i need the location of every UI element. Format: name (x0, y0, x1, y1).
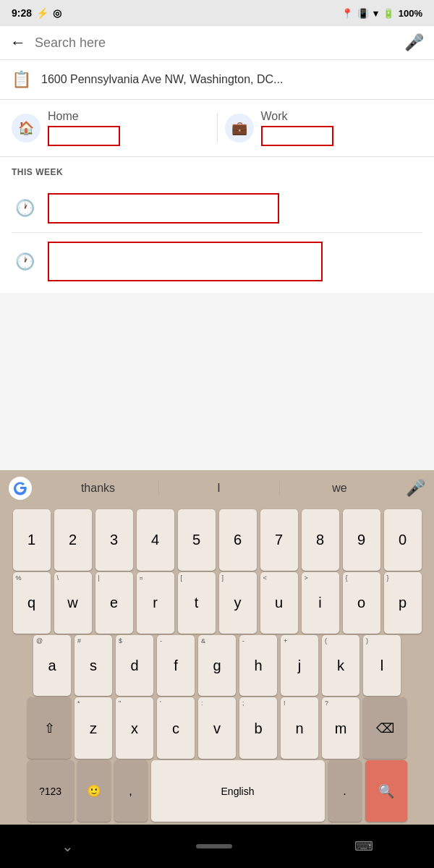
shortcuts-row: 🏠 Home 💼 Work (0, 100, 434, 157)
search-input-wrapper[interactable] (35, 35, 396, 51)
key-rows: 1 2 3 4 5 6 7 8 9 0 %q \w |e =r [t ]y <u… (0, 506, 434, 825)
back-button[interactable]: ← (10, 33, 26, 52)
wifi-icon: ▾ (373, 8, 378, 19)
keyboard-area: thanks I we 🎤 1 2 3 4 5 6 7 8 9 0 %q \w … (0, 470, 434, 825)
nav-keyboard-icon[interactable]: ⌨ (354, 838, 373, 854)
keyboard-mic-icon[interactable]: 🎤 (406, 479, 425, 498)
work-shortcut[interactable]: 💼 Work (225, 110, 423, 146)
google-logo (9, 477, 32, 500)
key-s[interactable]: #s (75, 635, 112, 697)
time-display: 9:28 (12, 7, 32, 19)
suggestion-i[interactable]: I (158, 482, 279, 495)
this-week-label: THIS WEEK (12, 167, 422, 177)
history-highlight-2 (48, 242, 323, 281)
key-i[interactable]: >i (302, 572, 339, 634)
clipboard-icon: 📋 (12, 70, 31, 89)
number-row: 1 2 3 4 5 6 7 8 9 0 (3, 509, 431, 571)
key-e[interactable]: |e (95, 572, 133, 634)
key-7[interactable]: 7 (260, 509, 298, 571)
history-highlight-1 (48, 193, 279, 224)
key-0[interactable]: 0 (384, 509, 422, 571)
work-icon: 💼 (231, 120, 247, 136)
home-icon: 🏠 (18, 120, 34, 136)
shift-key[interactable]: ⇧ (27, 697, 71, 759)
key-k[interactable]: (k (322, 635, 359, 697)
suggestion-we[interactable]: we (279, 482, 400, 495)
home-indicator[interactable] (196, 844, 232, 848)
suggestion-thanks[interactable]: thanks (38, 482, 158, 495)
key-b[interactable]: ;b (239, 697, 277, 759)
key-a[interactable]: @a (33, 635, 71, 697)
status-left: 9:28 ⚡ ◎ (12, 7, 61, 19)
key-u[interactable]: <u (260, 572, 298, 634)
key-y[interactable]: ]y (219, 572, 257, 634)
location-icon: 📍 (341, 8, 353, 19)
clock-icon-1: 🕐 (12, 199, 38, 218)
qwerty-row: %q \w |e =r [t ]y <u >i {o }p (3, 572, 431, 634)
key-l[interactable]: )l (363, 635, 401, 697)
bottom-nav: ⌄ ⌨ (0, 825, 434, 868)
key-8[interactable]: 8 (302, 509, 339, 571)
key-6[interactable]: 6 (219, 509, 257, 571)
backspace-key[interactable]: ⌫ (363, 697, 407, 759)
key-9[interactable]: 9 (343, 509, 380, 571)
home-label: Home (48, 110, 120, 123)
key-c[interactable]: 'c (157, 697, 195, 759)
status-bar: 9:28 ⚡ ◎ 📍 📳 ▾ 🔋 100% (0, 0, 434, 26)
key-n[interactable]: !n (281, 697, 318, 759)
vibrate-icon: 📳 (357, 8, 369, 19)
shortcuts-divider (217, 114, 218, 142)
period-key[interactable]: . (328, 760, 362, 822)
key-4[interactable]: 4 (137, 509, 174, 571)
key-w[interactable]: \w (54, 572, 92, 634)
key-v[interactable]: :v (198, 697, 236, 759)
suggestion-bar: thanks I we 🎤 (0, 470, 434, 506)
key-o[interactable]: {o (343, 572, 380, 634)
key-h[interactable]: -h (239, 635, 277, 697)
zxcv-row: ⇧ *z "x 'c :v ;b !n ?m ⌫ (3, 697, 431, 759)
clock-icon-2: 🕐 (12, 252, 38, 271)
this-week-section: THIS WEEK 🕐 🕐 (0, 157, 434, 293)
key-r[interactable]: =r (137, 572, 174, 634)
home-icon-circle: 🏠 (12, 114, 41, 142)
key-d[interactable]: $d (116, 635, 153, 697)
emoji-key[interactable]: 🙂 (77, 760, 111, 822)
key-z[interactable]: *z (75, 697, 112, 759)
work-highlight (261, 126, 333, 146)
status-right: 📍 📳 ▾ 🔋 100% (341, 8, 422, 19)
lightning-icon: ⚡ (36, 7, 48, 19)
home-shortcut[interactable]: 🏠 Home (12, 110, 210, 146)
key-j[interactable]: +j (281, 635, 318, 697)
asdf-row: @a #s $d -f &g -h +j (k )l (3, 635, 431, 697)
work-label: Work (261, 110, 333, 123)
key-3[interactable]: 3 (95, 509, 133, 571)
nav-back-icon[interactable]: ⌄ (61, 838, 74, 855)
signal-icon: ◎ (53, 7, 61, 19)
home-highlight (48, 126, 120, 146)
key-1[interactable]: 1 (13, 509, 51, 571)
work-icon-circle: 💼 (225, 114, 254, 142)
battery-level: 100% (399, 8, 422, 19)
spacebar[interactable]: English (151, 760, 325, 822)
bottom-row: ?123 🙂 , English . 🔍 (3, 760, 431, 822)
search-action-key[interactable]: 🔍 (365, 760, 407, 822)
key-m[interactable]: ?m (322, 697, 359, 759)
key-x[interactable]: "x (116, 697, 153, 759)
key-2[interactable]: 2 (54, 509, 92, 571)
symbols-key[interactable]: ?123 (27, 760, 74, 822)
search-bar: ← 🎤 (0, 26, 434, 60)
address-row[interactable]: 📋 1600 Pennsylvania Ave NW, Washington, … (0, 60, 434, 100)
key-5[interactable]: 5 (178, 509, 216, 571)
key-q[interactable]: %q (13, 572, 51, 634)
mic-icon[interactable]: 🎤 (404, 33, 424, 52)
key-f[interactable]: -f (157, 635, 195, 697)
key-t[interactable]: [t (178, 572, 216, 634)
battery-icon: 🔋 (383, 8, 394, 19)
search-input[interactable] (35, 35, 396, 51)
key-p[interactable]: }p (384, 572, 422, 634)
comma-key[interactable]: , (114, 760, 148, 822)
address-text: 1600 Pennsylvania Ave NW, Washington, DC… (41, 73, 283, 86)
history-item-2[interactable]: 🕐 (12, 233, 422, 293)
key-g[interactable]: &g (198, 635, 236, 697)
history-item-1[interactable]: 🕐 (12, 184, 422, 233)
